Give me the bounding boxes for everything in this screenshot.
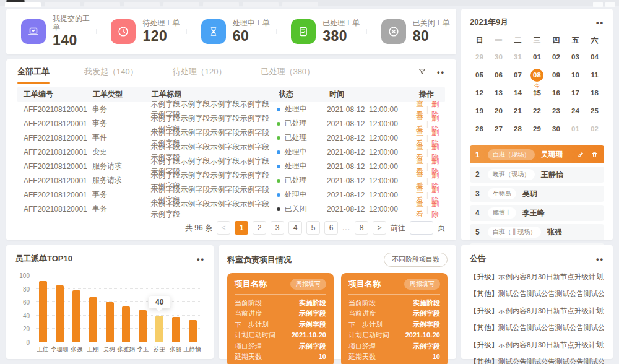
bar-李珊珊[interactable] <box>56 285 64 342</box>
calendar-day[interactable]: 06 <box>489 68 508 82</box>
bar-苏雯[interactable] <box>155 316 163 342</box>
calendar-day[interactable]: 01 <box>527 50 547 64</box>
calendar-day[interactable]: 21 <box>508 104 527 118</box>
shift-tag: 白班（非现场） <box>488 227 541 238</box>
calendar-day[interactable]: 13 <box>489 86 508 100</box>
bar-王佳[interactable] <box>39 281 47 342</box>
bar-王静怡[interactable] <box>189 320 197 342</box>
calendar-day[interactable]: 26 <box>470 122 489 136</box>
calendar-day[interactable]: 23 <box>547 104 566 118</box>
calendar-day-today[interactable]: 08今天 <box>527 68 547 82</box>
more-icon[interactable]: •• <box>437 68 445 76</box>
bar-张丽[interactable] <box>172 317 180 342</box>
project-card[interactable]: 项目名称周报填写当前阶段实施阶段当前进度示例字段下一步计划示例字段计划启动时间2… <box>227 273 334 364</box>
calendar-day[interactable]: 25 <box>585 104 604 118</box>
mini-tab-3[interactable] <box>124 2 160 7</box>
calendar-day[interactable]: 16 <box>547 86 566 100</box>
calendar-day[interactable]: 02 <box>547 50 566 64</box>
project-card[interactable]: 项目名称周报填写当前阶段实施阶段当前进度示例字段下一步计划示例字段计划启动时间2… <box>341 273 448 364</box>
page-button-1[interactable]: 1 <box>235 221 248 235</box>
page-button-3[interactable]: 3 <box>271 221 284 235</box>
mini-tab-0[interactable] <box>5 2 41 7</box>
calendar-day[interactable]: 30 <box>489 50 508 64</box>
page-button-6[interactable]: 6 <box>324 221 338 235</box>
page-button-4[interactable]: 4 <box>288 221 302 235</box>
calendar-day[interactable]: 01 <box>566 122 585 136</box>
calendar-day[interactable]: 14 <box>508 86 527 100</box>
mini-tab-1[interactable] <box>45 2 80 7</box>
goto-page-input[interactable] <box>410 221 433 235</box>
calendar-day[interactable]: 10 <box>566 68 585 82</box>
x-tick-label: 张强 <box>69 345 85 353</box>
calendar-day[interactable]: 29 <box>470 50 489 64</box>
bar-李玉[interactable] <box>139 310 147 342</box>
top-tab-strip[interactable] <box>0 0 619 6</box>
shift-item-1[interactable]: 1白班（现场）吴珊珊 <box>470 145 604 163</box>
calendar-day[interactable]: 28 <box>508 122 527 136</box>
calendar-day[interactable]: 20 <box>489 104 508 118</box>
calendar-day[interactable]: 24 <box>566 104 585 118</box>
tab-3[interactable]: 已处理（380） <box>261 66 314 77</box>
stage-project-count-button[interactable]: 不同阶段项目数 <box>384 253 448 267</box>
calendar-day[interactable]: 30 <box>547 122 566 136</box>
notice-item[interactable]: 【升级】示例内容8月30日新节点升级计划通知 <box>470 272 604 282</box>
mini-tab-6[interactable] <box>243 2 279 7</box>
weekly-report-badge[interactable]: 周报填写 <box>404 279 440 290</box>
calendar-day[interactable]: 09 <box>547 68 566 82</box>
pencil-icon[interactable] <box>577 150 585 158</box>
chevron-right-icon[interactable]: > <box>373 221 386 235</box>
total-count: 共 96 条 <box>185 223 212 233</box>
bar-吴玥[interactable] <box>106 302 114 342</box>
calendar-day[interactable]: 27 <box>489 122 508 136</box>
calendar-day[interactable]: 18 <box>585 86 604 100</box>
notice-item[interactable]: 【其他】测试公告测试公告测试公告测试公告测试公告 <box>470 357 604 364</box>
notice-item[interactable]: 【升级】示例内容8月30日新节点升级计划通知 <box>470 306 604 316</box>
delete-link[interactable]: 删除 <box>431 199 439 220</box>
page-button-2[interactable]: 2 <box>253 221 266 235</box>
more-icon[interactable]: •• <box>197 255 205 263</box>
calendar-day[interactable]: 22 <box>527 104 547 118</box>
shift-item-2[interactable]: 2晚班（现场）王静怡 <box>470 167 604 183</box>
more-icon[interactable]: •• <box>596 19 604 27</box>
view-link[interactable]: 查看 <box>416 199 423 220</box>
calendar-day[interactable]: 07 <box>508 68 527 82</box>
chevron-left-icon[interactable]: < <box>217 221 230 235</box>
calendar-day[interactable]: 17 <box>566 86 585 100</box>
notice-item[interactable]: 【升级】示例内容8月30日新节点升级计划通知 <box>470 340 604 350</box>
mini-button[interactable] <box>605 2 615 7</box>
calendar-day[interactable]: 29 <box>527 122 547 136</box>
tab-2[interactable]: 待处理（120） <box>173 66 227 77</box>
mini-tab-2[interactable] <box>84 2 120 7</box>
tab-1[interactable]: 我发起（140） <box>84 66 138 77</box>
more-icon[interactable]: •• <box>596 255 604 263</box>
calendar-day[interactable]: 31 <box>508 50 527 64</box>
filter-icon[interactable] <box>417 67 427 77</box>
calendar-day[interactable]: 12 <box>470 86 489 100</box>
table-row[interactable]: AFF202108120001事务示例字段示例字段示例字段示例字段示例字段已关闭… <box>17 202 445 216</box>
notice-item[interactable]: 【其他】测试公告测试公告测试公告测试公告测试公告 <box>470 323 604 332</box>
bar-王刚[interactable] <box>89 297 97 342</box>
page-button-5[interactable]: 5 <box>306 221 320 235</box>
calendar-day[interactable]: 15 <box>527 86 547 100</box>
chart-title: 员工派单TOP10 <box>15 253 72 264</box>
calendar-day[interactable]: 03 <box>566 50 585 64</box>
calendar-day[interactable]: 02 <box>585 122 604 136</box>
page-button-8[interactable]: 8 <box>355 221 368 235</box>
shift-item-3[interactable]: 3生物岛吴玥 <box>470 186 604 202</box>
mini-tab-4[interactable] <box>163 2 199 7</box>
weekly-report-badge[interactable]: 周报填写 <box>290 279 326 290</box>
mini-button[interactable] <box>593 2 603 7</box>
calendar-day[interactable]: 05 <box>470 68 489 82</box>
shift-item-5[interactable]: 5白班（非现场）张强 <box>470 224 604 240</box>
trash-icon[interactable] <box>591 150 599 158</box>
tab-0[interactable]: 全部工单 <box>17 66 50 77</box>
mini-tab-7[interactable] <box>282 2 318 7</box>
mini-tab-5[interactable] <box>203 2 239 7</box>
calendar-day[interactable]: 11 <box>585 68 604 82</box>
calendar-day[interactable]: 19 <box>470 104 489 118</box>
shift-item-4[interactable]: 4鹏博士李王峰 <box>470 205 604 221</box>
bar-张强[interactable] <box>72 290 80 342</box>
calendar-day[interactable]: 04 <box>585 50 604 64</box>
notice-item[interactable]: 【其他】测试公告测试公告测试公告测试公告测试公告 <box>470 289 604 298</box>
bar-张雅娟[interactable] <box>122 306 130 342</box>
